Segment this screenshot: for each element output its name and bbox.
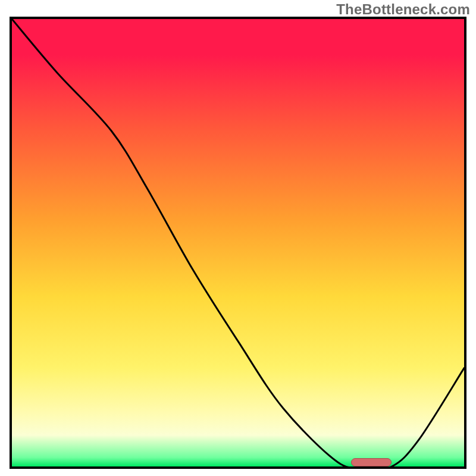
plot-area (10, 17, 466, 469)
curve-path (12, 19, 464, 466)
bottleneck-curve (12, 19, 464, 466)
watermark-text: TheBottleneck.com (336, 1, 470, 18)
bottleneck-chart: TheBottleneck.com (0, 0, 476, 476)
optimal-range-marker (351, 458, 392, 466)
